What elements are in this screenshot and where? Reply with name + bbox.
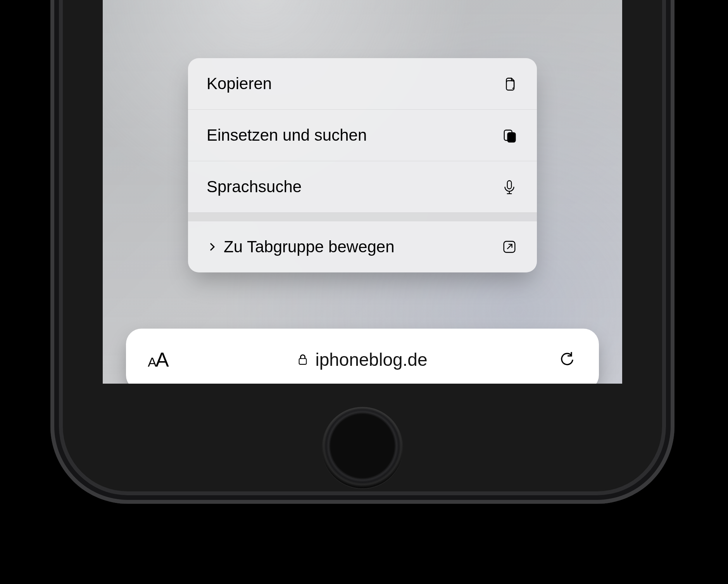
menu-item-label: Einsetzen und suchen	[207, 126, 500, 145]
move-to-tabgroup-icon	[500, 238, 518, 256]
home-button[interactable]	[322, 407, 403, 488]
lock-icon	[297, 349, 308, 370]
reload-icon	[559, 350, 576, 369]
paste-search-icon	[500, 126, 518, 144]
menu-item-label: Zu Tabgruppe bewegen	[224, 238, 500, 256]
svg-line-7	[507, 245, 512, 249]
svg-rect-8	[299, 358, 307, 364]
menu-separator	[188, 213, 537, 221]
svg-rect-3	[507, 181, 512, 189]
copy-icon	[500, 75, 518, 93]
menu-item-voice-search[interactable]: Sprachsuche	[188, 161, 537, 213]
context-menu: Kopieren Einsetzen und suchen	[188, 58, 537, 272]
iphone-frame: Kopieren Einsetzen und suchen	[50, 0, 675, 504]
menu-item-copy[interactable]: Kopieren	[188, 58, 537, 110]
reader-text-size-button[interactable]: AA	[142, 348, 173, 371]
chevron-right-icon	[207, 241, 218, 253]
text-size-icon: AA	[148, 348, 167, 371]
svg-rect-2	[508, 133, 516, 142]
menu-item-label: Sprachsuche	[207, 177, 500, 196]
menu-item-paste-search[interactable]: Einsetzen und suchen	[188, 110, 537, 161]
menu-item-move-to-tabgroup[interactable]: Zu Tabgruppe bewegen	[188, 221, 537, 272]
reload-button[interactable]	[552, 350, 583, 369]
screen: Kopieren Einsetzen und suchen	[103, 0, 622, 384]
address-bar-url[interactable]: iphoneblog.de	[173, 349, 552, 370]
menu-item-label: Kopieren	[207, 74, 500, 93]
address-bar[interactable]: AA iphoneblog.de	[126, 329, 599, 384]
microphone-icon	[500, 178, 518, 196]
address-bar-domain: iphoneblog.de	[315, 349, 427, 370]
